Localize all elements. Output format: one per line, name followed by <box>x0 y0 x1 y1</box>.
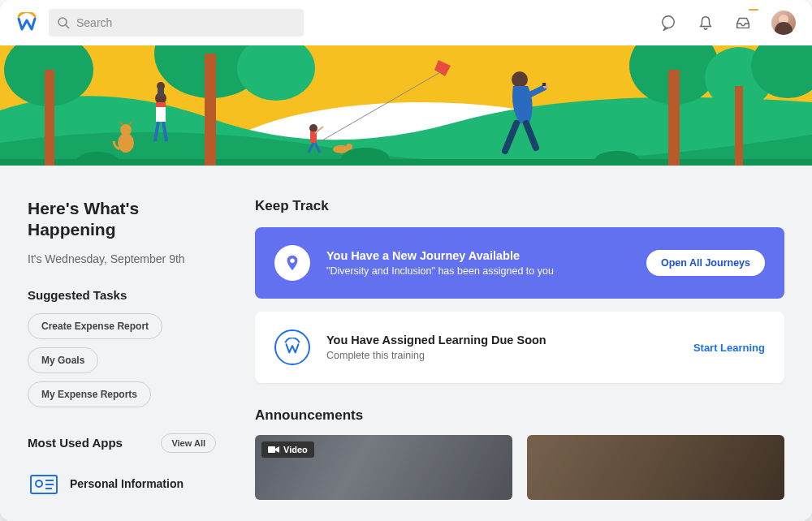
suggested-tasks-list: Create Expense Report My Goals My Expens… <box>28 313 216 407</box>
svg-rect-28 <box>156 102 166 107</box>
logo[interactable] <box>16 12 37 33</box>
personal-information-icon <box>28 467 60 500</box>
svg-point-33 <box>118 133 134 153</box>
left-column: Here's What's Happening It's Wednesday, … <box>28 198 216 521</box>
chat-icon[interactable] <box>659 14 677 32</box>
journey-title: You Have a New Journey Available <box>326 249 630 262</box>
announcements-title: Announcements <box>255 407 784 424</box>
app-personal-information[interactable]: Personal Information <box>28 467 216 500</box>
search-input[interactable] <box>76 16 296 29</box>
learning-title: You Have Assigned Learning Due Soon <box>326 334 677 347</box>
keep-track-title: Keep Track <box>255 198 784 214</box>
svg-point-25 <box>346 144 352 150</box>
video-tag: Video <box>261 441 314 458</box>
task-my-expense-reports[interactable]: My Expense Reports <box>28 381 151 407</box>
learning-sub: Complete this training <box>326 350 677 361</box>
svg-rect-32 <box>158 88 164 97</box>
avatar[interactable] <box>771 11 796 35</box>
open-all-journeys-button[interactable]: Open All Journeys <box>646 250 765 276</box>
svg-rect-9 <box>45 70 54 166</box>
svg-point-19 <box>309 124 317 132</box>
svg-point-34 <box>120 124 132 136</box>
inbox-icon[interactable] <box>734 14 752 32</box>
task-create-expense-report[interactable]: Create Expense Report <box>28 313 162 339</box>
view-all-apps-button[interactable]: View All <box>161 433 216 453</box>
svg-point-49 <box>290 259 295 264</box>
task-my-goals[interactable]: My Goals <box>28 347 98 373</box>
right-column: Keep Track You Have a New Journey Availa… <box>255 198 784 521</box>
learning-icon <box>274 329 310 365</box>
top-nav <box>0 0 812 45</box>
svg-rect-14 <box>668 70 680 166</box>
search-icon <box>57 16 70 29</box>
inbox-badge <box>749 9 758 11</box>
announcement-card-video[interactable]: Video <box>255 435 512 500</box>
learning-card: You Have Assigned Learning Due Soon Comp… <box>255 312 784 383</box>
svg-rect-50 <box>268 446 275 453</box>
pin-icon <box>274 245 310 281</box>
svg-rect-7 <box>0 159 812 166</box>
svg-point-0 <box>58 18 67 26</box>
journey-card: You Have a New Journey Available "Divers… <box>255 227 784 299</box>
video-icon <box>268 446 279 454</box>
announcement-card-2[interactable] <box>527 435 784 500</box>
nav-icons <box>659 11 796 35</box>
svg-point-35 <box>512 71 528 88</box>
search-box[interactable] <box>49 9 304 37</box>
most-used-apps-title: Most Used Apps <box>28 436 123 450</box>
main-content: Here's What's Happening It's Wednesday, … <box>0 166 812 521</box>
svg-line-1 <box>66 25 69 28</box>
date-line: It's Wednesday, September 9th <box>28 252 216 265</box>
bell-icon[interactable] <box>697 14 715 32</box>
hero-banner <box>0 45 812 166</box>
svg-point-2 <box>663 15 675 28</box>
journey-sub: "Diversity and Inclusion" has been assig… <box>326 265 630 277</box>
announcements-row: Video <box>255 435 784 500</box>
svg-rect-16 <box>735 86 743 166</box>
svg-point-45 <box>36 480 42 487</box>
svg-rect-11 <box>205 54 216 166</box>
app-label: Personal Information <box>70 477 184 490</box>
start-learning-button[interactable]: Start Learning <box>693 342 765 354</box>
suggested-tasks-title: Suggested Tasks <box>28 288 216 302</box>
svg-rect-38 <box>542 83 546 86</box>
page-title: Here's What's Happening <box>28 198 216 241</box>
